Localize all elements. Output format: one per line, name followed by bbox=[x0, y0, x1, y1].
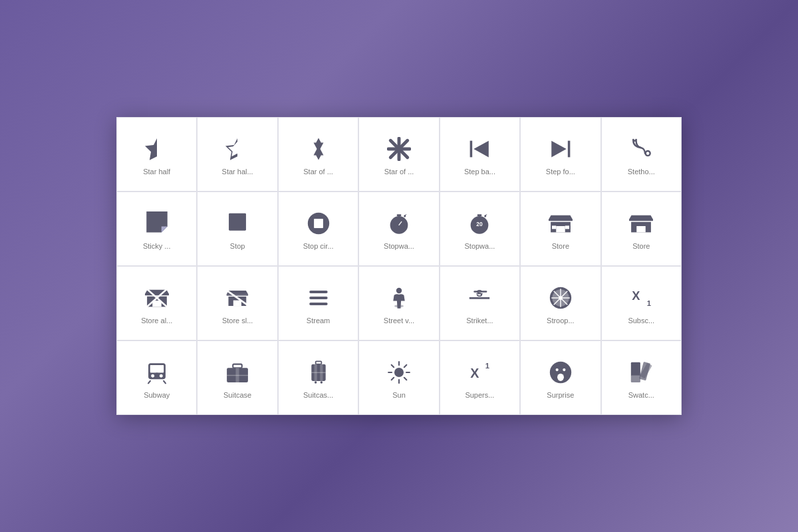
icon-cell-street-view[interactable]: Street v... bbox=[359, 267, 438, 340]
svg-text:20: 20 bbox=[477, 221, 483, 227]
street-view-icon bbox=[387, 285, 411, 311]
icon-cell-stream[interactable]: Stream bbox=[279, 267, 358, 340]
icon-cell-stopwatch[interactable]: Stopwa... bbox=[359, 192, 438, 265]
surprise-icon bbox=[549, 359, 573, 386]
svg-rect-42 bbox=[145, 294, 169, 296]
stop-circle-icon bbox=[307, 210, 331, 237]
svg-text:1: 1 bbox=[485, 362, 489, 370]
icon-cell-subscript[interactable]: X 1 Subsc... bbox=[602, 267, 681, 340]
icon-cell-store-slash[interactable]: Store sl... bbox=[198, 267, 277, 340]
svg-rect-8 bbox=[568, 141, 571, 158]
icon-label: Striket... bbox=[466, 317, 493, 325]
svg-rect-75 bbox=[158, 365, 164, 372]
star-half-outline-icon bbox=[225, 136, 249, 162]
svg-line-92 bbox=[392, 365, 394, 368]
icon-label: Surprise bbox=[547, 391, 574, 399]
svg-line-72 bbox=[148, 381, 150, 384]
stop-icon bbox=[225, 210, 249, 237]
store-icon bbox=[549, 210, 573, 237]
icon-label: Stopwa... bbox=[464, 242, 495, 250]
svg-rect-6 bbox=[470, 141, 473, 158]
svg-rect-48 bbox=[227, 294, 248, 295]
svg-rect-77 bbox=[233, 364, 242, 368]
icon-cell-sun[interactable]: Sun bbox=[359, 341, 438, 414]
svg-rect-25 bbox=[477, 214, 481, 216]
icon-cell-star-of-life[interactable]: Star of ... bbox=[359, 118, 438, 191]
icon-label: Store sl... bbox=[222, 317, 253, 325]
icon-grid: Star half Star hal... Star of ... bbox=[116, 117, 682, 415]
icon-label: Sticky ... bbox=[143, 242, 171, 250]
svg-point-85 bbox=[314, 381, 317, 384]
svg-rect-53 bbox=[309, 303, 327, 305]
svg-point-71 bbox=[160, 374, 163, 378]
icon-cell-store[interactable]: Store bbox=[521, 192, 600, 265]
star-of-life-icon bbox=[387, 136, 411, 162]
icon-label: Step fo... bbox=[546, 168, 575, 176]
icon-label: Store bbox=[552, 242, 569, 250]
svg-point-55 bbox=[394, 305, 404, 307]
icon-cell-store-alt[interactable]: Store al... bbox=[117, 267, 196, 340]
sun-icon bbox=[387, 359, 411, 386]
icon-label: Suitcase bbox=[223, 391, 251, 399]
stroopwafel-icon bbox=[549, 285, 573, 311]
icon-cell-stethoscope[interactable]: Stetho... bbox=[602, 118, 681, 191]
icon-cell-step-back[interactable]: Step ba... bbox=[440, 118, 519, 191]
icon-label: Sun bbox=[392, 391, 406, 399]
icon-label: Star half bbox=[143, 168, 170, 176]
icon-cell-swatchbook[interactable]: Swatc... bbox=[602, 341, 681, 414]
icon-cell-stop-circle[interactable]: Stop cir... bbox=[279, 192, 358, 265]
store-2-icon bbox=[629, 210, 653, 237]
icon-label: Suitcas... bbox=[303, 391, 333, 399]
icon-cell-strikethrough[interactable]: S Striket... bbox=[440, 267, 519, 340]
svg-line-93 bbox=[404, 378, 407, 380]
icon-label: Star hal... bbox=[222, 168, 253, 176]
svg-point-13 bbox=[635, 139, 637, 141]
icon-cell-subway[interactable]: Subway bbox=[117, 341, 196, 414]
icon-cell-sticky[interactable]: Sticky ... bbox=[117, 192, 196, 265]
icon-cell-star-of-david[interactable]: Star of ... bbox=[279, 118, 358, 191]
star-of-david-icon bbox=[307, 136, 331, 162]
icon-label: Step ba... bbox=[464, 168, 495, 176]
svg-point-86 bbox=[320, 381, 323, 384]
stopwatch-icon bbox=[387, 210, 411, 237]
icon-cell-stop[interactable]: Stop bbox=[198, 192, 277, 265]
svg-point-87 bbox=[394, 368, 404, 377]
svg-point-10 bbox=[646, 151, 650, 156]
svg-rect-32 bbox=[549, 219, 573, 221]
icon-label: Star of ... bbox=[303, 168, 333, 176]
svg-rect-57 bbox=[469, 297, 489, 299]
svg-rect-51 bbox=[309, 291, 327, 293]
stream-icon bbox=[307, 285, 331, 311]
icon-label: Stopwa... bbox=[384, 242, 414, 250]
svg-rect-35 bbox=[565, 225, 569, 229]
svg-rect-103 bbox=[631, 376, 640, 383]
icon-label: Stroop... bbox=[547, 317, 575, 325]
svg-point-99 bbox=[555, 368, 558, 371]
icon-cell-star-half-outline[interactable]: Star hal... bbox=[198, 118, 277, 191]
icon-cell-suitcase-rolling[interactable]: Suitcas... bbox=[279, 341, 358, 414]
stopwatch-20-icon: 20 bbox=[467, 210, 491, 237]
icon-cell-stopwatch-20[interactable]: 20 Stopwa... bbox=[440, 192, 519, 265]
icon-cell-superscript[interactable]: X 1 Supers... bbox=[440, 341, 519, 414]
svg-rect-19 bbox=[397, 214, 401, 216]
icon-cell-store-2[interactable]: Store bbox=[602, 192, 681, 265]
svg-point-12 bbox=[632, 139, 634, 141]
icon-cell-suitcase[interactable]: Suitcase bbox=[198, 341, 277, 414]
svg-text:X: X bbox=[632, 289, 641, 303]
icon-cell-stroopwafel[interactable]: Stroop... bbox=[521, 267, 600, 340]
svg-point-54 bbox=[396, 288, 402, 293]
svg-rect-74 bbox=[150, 365, 156, 372]
icon-label: Supers... bbox=[465, 391, 494, 399]
svg-marker-31 bbox=[549, 215, 573, 219]
svg-point-70 bbox=[151, 374, 154, 378]
suitcase-rolling-icon bbox=[307, 359, 331, 386]
icon-cell-star-half[interactable]: Star half bbox=[117, 118, 196, 191]
svg-rect-15 bbox=[229, 213, 246, 231]
icon-cell-surprise[interactable]: Surprise bbox=[521, 341, 600, 414]
icon-label: Street v... bbox=[384, 317, 414, 325]
icon-cell-step-forward[interactable]: Step fo... bbox=[521, 118, 600, 191]
icon-grid-container: Star half Star hal... Star of ... bbox=[116, 117, 682, 415]
svg-rect-17 bbox=[314, 219, 323, 228]
svg-rect-49 bbox=[233, 301, 241, 306]
step-back-icon bbox=[467, 136, 491, 162]
